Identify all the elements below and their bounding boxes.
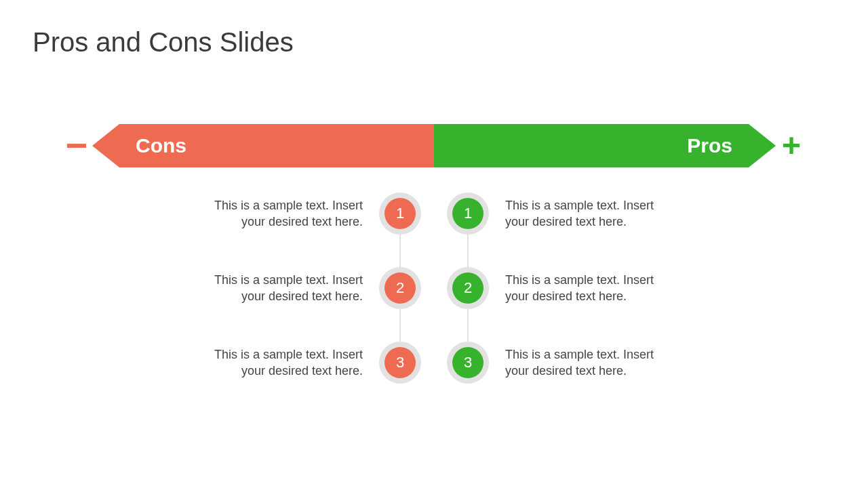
cons-item-number: 2 (384, 272, 416, 304)
pros-item-text: This is a sample text. Insert your desir… (505, 197, 675, 230)
cons-arrow: Cons (92, 124, 434, 167)
plus-icon: + (776, 129, 807, 162)
pros-item-text: This is a sample text. Insert your desir… (505, 346, 675, 380)
items-grid: This is a sample text. Insert your desir… (0, 176, 868, 400)
cons-item-badge: 3 (376, 342, 424, 384)
pros-item-number: 3 (452, 347, 484, 378)
cons-item-text: This is a sample text. Insert your desir… (193, 272, 363, 305)
cons-item-text: This is a sample text. Insert your desir… (193, 346, 363, 380)
cons-arrow-label: Cons (136, 124, 186, 167)
item-row: This is a sample text. Insert your desir… (0, 251, 868, 325)
cons-item-badge: 1 (376, 192, 424, 235)
cons-item-text: This is a sample text. Insert your desir… (193, 197, 363, 230)
minus-icon: − (61, 127, 92, 165)
arrow-bar: − Cons Pros + (61, 122, 807, 169)
pros-item-number: 1 (452, 198, 484, 229)
item-row: This is a sample text. Insert your desir… (0, 325, 868, 400)
pros-item-badge: 1 (444, 192, 492, 235)
pros-item-badge: 2 (444, 267, 492, 309)
item-row: This is a sample text. Insert your desir… (0, 176, 868, 251)
pros-item-number: 2 (452, 272, 484, 304)
pros-arrow-label: Pros (687, 124, 732, 167)
page-title: Pros and Cons Slides (33, 27, 294, 58)
pros-arrow: Pros (434, 124, 776, 167)
cons-item-number: 3 (384, 347, 416, 378)
pros-item-badge: 3 (444, 342, 492, 384)
pros-item-text: This is a sample text. Insert your desir… (505, 272, 675, 305)
cons-item-badge: 2 (376, 267, 424, 309)
cons-item-number: 1 (384, 198, 416, 229)
